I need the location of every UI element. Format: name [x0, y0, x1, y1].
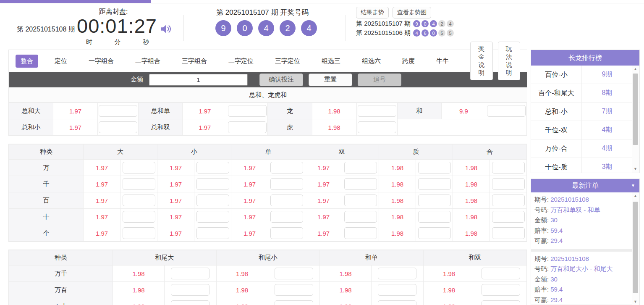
- header-row: 种类大小单双质合: [9, 145, 527, 160]
- time-unit-label: 秒: [143, 38, 149, 46]
- odds-bet-input[interactable]: [270, 227, 303, 239]
- odds-value: 1.98: [453, 225, 490, 242]
- odds-bet-input[interactable]: [196, 162, 229, 174]
- odds-bet-input[interactable]: [171, 268, 209, 279]
- odds-bet-input[interactable]: [378, 300, 416, 305]
- odds-bet-input[interactable]: [418, 227, 451, 239]
- odds-bet-input[interactable]: [228, 105, 267, 117]
- odds-bet-input[interactable]: [270, 162, 303, 174]
- tab-组选六[interactable]: 组选六: [357, 55, 386, 68]
- odds-bet-input[interactable]: [344, 211, 377, 223]
- odds-bet-input[interactable]: [196, 178, 229, 190]
- odds-bet-input[interactable]: [482, 300, 520, 305]
- odds-bet-input[interactable]: [358, 105, 396, 117]
- odds-input-cell: [120, 160, 157, 176]
- odds-bet-input[interactable]: [275, 284, 313, 296]
- tab-牛牛[interactable]: 牛牛: [431, 55, 454, 68]
- odds-value: 1.97: [305, 160, 342, 176]
- odds-bet-input[interactable]: [171, 300, 209, 305]
- tab-二字定位[interactable]: 二字定位: [223, 55, 259, 68]
- odds-bet-input[interactable]: [418, 195, 451, 206]
- info-button[interactable]: 玩法说明: [498, 42, 521, 80]
- odds-bet-input[interactable]: [123, 227, 155, 239]
- row-type-label: 千: [9, 176, 84, 192]
- odds-bet-input[interactable]: [196, 227, 229, 239]
- odds-bet-input[interactable]: [99, 121, 137, 133]
- odds-bet-input[interactable]: [123, 195, 155, 206]
- tab-组选三[interactable]: 组选三: [317, 55, 346, 68]
- odds-bet-input[interactable]: [492, 178, 525, 190]
- ranking-name: 千位-双: [531, 121, 582, 139]
- odds-bet-input[interactable]: [378, 268, 416, 279]
- odds-bet-input[interactable]: [344, 162, 377, 174]
- tab-三字定位[interactable]: 三字定位: [270, 55, 305, 68]
- info-button[interactable]: 奖金说明: [470, 42, 493, 80]
- odds-bet-input[interactable]: [123, 178, 155, 190]
- odds-bet-input[interactable]: [270, 211, 303, 223]
- confirm-button[interactable]: 确认投注: [259, 74, 303, 86]
- amount-input[interactable]: [149, 74, 248, 86]
- odds-bet-input[interactable]: [275, 300, 313, 305]
- odds-bet-input[interactable]: [123, 211, 155, 223]
- trend-button[interactable]: 查看走势图: [393, 7, 431, 18]
- odds-bet-input[interactable]: [492, 227, 525, 239]
- scroll-up-icon[interactable]: ▲: [632, 192, 639, 200]
- odds-bet-input[interactable]: [492, 162, 525, 174]
- row-type-label: 万千: [9, 266, 113, 282]
- odds-bet-input[interactable]: [418, 162, 451, 174]
- odds-bet-input[interactable]: [418, 211, 451, 223]
- chase-button[interactable]: 追号: [358, 74, 401, 86]
- tab-跨度[interactable]: 跨度: [397, 55, 420, 68]
- odds-bet-input[interactable]: [275, 268, 313, 279]
- odds-bet-input[interactable]: [171, 284, 209, 296]
- odds-bet-input[interactable]: [358, 121, 396, 133]
- sum-table-row: 总和小1.97总和双1.97虎1.98: [9, 119, 527, 136]
- tab-整合[interactable]: 整合: [16, 55, 38, 68]
- ranking-row: 总和-小7期: [531, 103, 639, 121]
- bet-type-label: 和: [397, 103, 441, 119]
- odds-bet-input[interactable]: [492, 195, 525, 206]
- odds-bet-input[interactable]: [196, 211, 229, 223]
- scroll-down-icon[interactable]: ▼: [632, 166, 639, 173]
- tab-三字组合[interactable]: 三字组合: [177, 55, 212, 68]
- odds-bet-input[interactable]: [492, 211, 525, 223]
- odds-input-cell: [490, 192, 527, 209]
- odds-bet-input[interactable]: [228, 121, 267, 133]
- history-ball: 5: [447, 29, 454, 37]
- odds-bet-input[interactable]: [270, 178, 303, 190]
- odds-bet-input[interactable]: [418, 178, 451, 190]
- draw-ball: 4: [301, 20, 317, 36]
- reset-button[interactable]: 重置: [309, 74, 352, 86]
- odds-bet-input[interactable]: [344, 227, 377, 239]
- collapse-caret-icon[interactable]: ▼: [631, 179, 635, 192]
- odds-value: 1.98: [312, 103, 356, 119]
- odds-value: 1.98: [113, 266, 165, 282]
- scroll-down-icon[interactable]: ▼: [632, 298, 639, 305]
- tab-一字组合[interactable]: 一字组合: [84, 55, 119, 68]
- bets-scrollbar[interactable]: ▲ ▼: [632, 192, 639, 305]
- pair-odds-box: 种类和尾大和尾小和单和双万千1.981.981.981.98万百1.981.98…: [8, 250, 527, 305]
- odds-bet-input[interactable]: [123, 162, 155, 174]
- table-row: 万千1.981.981.981.98: [9, 266, 527, 282]
- odds-bet-input[interactable]: [482, 268, 520, 279]
- tab-二字组合[interactable]: 二字组合: [130, 55, 165, 68]
- odds-bet-input[interactable]: [99, 105, 137, 117]
- tab-定位[interactable]: 定位: [50, 55, 72, 68]
- odds-bet-input[interactable]: [196, 195, 229, 206]
- odds-bet-input[interactable]: [482, 284, 520, 296]
- trend-button[interactable]: 结果走势: [356, 7, 389, 18]
- scroll-up-icon[interactable]: ▲: [632, 66, 639, 73]
- odds-bet-input[interactable]: [378, 284, 416, 296]
- scrollbar-thumb[interactable]: [633, 202, 638, 293]
- ranking-scrollbar[interactable]: ▲ ▼: [632, 66, 639, 173]
- history-ball: 5: [438, 29, 445, 37]
- odds-bet-input[interactable]: [344, 195, 377, 206]
- speaker-icon[interactable]: [160, 23, 172, 35]
- odds-bet-input[interactable]: [270, 195, 303, 206]
- column-header: 双: [305, 145, 379, 160]
- odds-bet-input[interactable]: [344, 178, 377, 190]
- time-unit-label: 时: [86, 38, 92, 46]
- bet-record: 期号:20251015108号码:万百和单双 - 和单金额:30赔率:59.4可…: [531, 192, 632, 249]
- odds-bet-input[interactable]: [487, 105, 526, 117]
- scrollbar-thumb[interactable]: [633, 74, 638, 145]
